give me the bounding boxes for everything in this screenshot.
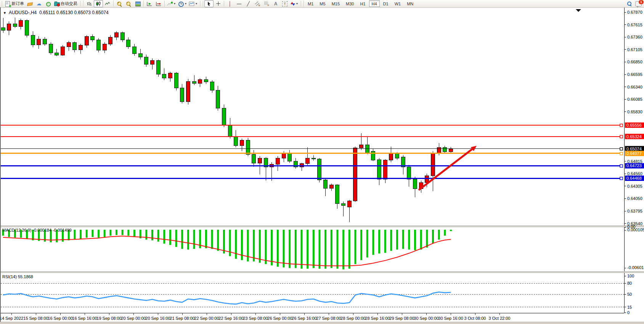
vertical-line-button[interactable]: │	[225, 0, 234, 7]
tab-timeframe-W1[interactable]: W1	[392, 0, 404, 7]
new-order-button[interactable]: + 新订单	[3, 0, 25, 7]
tab-timeframe-H4[interactable]: H4	[369, 0, 380, 7]
candle	[336, 185, 339, 204]
tab-timeframe-M5[interactable]: M5	[317, 0, 328, 7]
candlestick-chart-button[interactable]	[94, 0, 103, 7]
svg-text:0.65074: 0.65074	[626, 147, 642, 151]
svg-text:0.64560: 0.64560	[627, 171, 642, 176]
svg-text:0.67870: 0.67870	[627, 10, 642, 15]
macd-bar	[324, 230, 326, 269]
toolbar-grip[interactable]	[199, 1, 201, 6]
crosshair-button[interactable]	[214, 0, 223, 7]
cursor-button[interactable]	[204, 0, 214, 7]
macd-indicator-label: MACD(12,26,9) -0.000184 -0.001499	[2, 228, 72, 232]
templates-button[interactable]: ▾	[188, 0, 198, 7]
candle	[252, 154, 256, 163]
candle	[115, 33, 119, 37]
macd-bar	[396, 230, 398, 250]
svg-text:22 Sep 00:00: 22 Sep 00:00	[194, 316, 219, 321]
horizontal-line-button[interactable]: —	[234, 0, 244, 7]
candle	[91, 37, 95, 40]
tab-timeframe-M15[interactable]: M15	[329, 0, 342, 7]
separator	[304, 1, 304, 6]
candle	[103, 44, 106, 50]
svg-text:19 Sep 08:00: 19 Sep 08:00	[96, 316, 121, 321]
svg-text:3 Oct 08:00: 3 Oct 08:00	[464, 316, 486, 321]
main-chart-canvas[interactable]: 0.678700.676150.673600.671050.668500.665…	[0, 8, 644, 322]
bar-chart-button[interactable]	[85, 0, 94, 7]
chart-shift-button[interactable]	[154, 0, 163, 7]
chart-dropdown-icon[interactable]: ▼	[3, 11, 6, 15]
svg-text:0.66085: 0.66085	[627, 97, 642, 102]
publish-button[interactable]: ☁	[34, 0, 43, 7]
text-button[interactable]: A	[271, 0, 280, 7]
toolbar-grip[interactable]	[300, 1, 302, 6]
candle	[186, 82, 190, 102]
clock-icon	[178, 1, 184, 7]
separator	[143, 1, 144, 6]
indicators-button[interactable]: ▾	[166, 0, 177, 7]
macd-bar	[432, 230, 434, 243]
chart-title: ▼AUDUSD-,H4 0.65111 0.65130 0.65073 0.65…	[3, 10, 109, 15]
macd-bar	[289, 230, 291, 268]
tab-timeframe-D1[interactable]: D1	[381, 0, 391, 7]
arrows-button[interactable]: ▾	[289, 0, 299, 7]
candle	[168, 73, 172, 78]
svg-text:0.67360: 0.67360	[627, 35, 642, 39]
macd-bar	[175, 230, 177, 247]
line-chart-button[interactable]	[103, 0, 112, 7]
chart-symbol-timeframe: AUDUSD-,H4	[9, 10, 37, 15]
candle	[127, 40, 130, 47]
candle	[443, 147, 447, 152]
svg-text:0.65556: 0.65556	[626, 123, 642, 127]
bar-chart-icon	[87, 2, 92, 6]
channel-button[interactable]: E	[253, 0, 262, 7]
auto-trading-button[interactable]: 自动交易	[53, 0, 79, 7]
candle	[79, 45, 83, 50]
macd-bar	[104, 230, 106, 237]
fibonacci-button[interactable]: F	[262, 0, 271, 7]
signals-button[interactable]	[43, 0, 53, 7]
line-chart-icon	[105, 2, 110, 6]
candle	[138, 54, 142, 57]
candle	[300, 163, 304, 167]
periods-button[interactable]: ▾	[177, 0, 188, 7]
macd-bar	[360, 230, 362, 260]
equidistant-channel-icon: E	[255, 1, 260, 6]
auto-scroll-button[interactable]	[145, 0, 154, 7]
text-label-button[interactable]: T	[280, 0, 289, 7]
candle	[120, 33, 124, 40]
zoom-in-button[interactable]: +	[115, 0, 124, 7]
tab-timeframe-MN[interactable]: MN	[404, 0, 416, 7]
tile-windows-button[interactable]	[133, 0, 142, 7]
trendline-button[interactable]: ╱	[244, 0, 253, 7]
macd-bar	[318, 230, 320, 269]
zoom-out-button[interactable]: −	[124, 0, 133, 7]
highlight-button[interactable]	[25, 0, 34, 7]
toolbar-grip[interactable]	[1, 1, 3, 6]
svg-text:26 Sep 16:00: 26 Sep 16:00	[292, 316, 316, 321]
separator	[83, 1, 84, 6]
arrows-icon	[291, 2, 295, 6]
signal-icon	[45, 1, 51, 7]
macd-bar	[151, 230, 153, 240]
search-icon[interactable]	[627, 1, 632, 6]
toolbar-grip[interactable]	[79, 1, 81, 6]
separator	[203, 1, 203, 6]
tab-timeframe-M30[interactable]: M30	[343, 0, 357, 7]
tab-timeframe-H1[interactable]: H1	[357, 0, 368, 7]
svg-text:50: 50	[627, 292, 632, 297]
macd-bar	[187, 230, 189, 250]
zoom-in-icon: +	[116, 1, 122, 7]
notifications-icon[interactable]: 1	[635, 1, 642, 6]
cloud-icon: ☁	[37, 1, 42, 7]
svg-text:16 Sep 16:00: 16 Sep 16:00	[72, 316, 97, 321]
macd-bar	[307, 230, 308, 269]
text-label-icon: T	[282, 1, 287, 6]
separator	[224, 1, 224, 6]
tab-timeframe-M1[interactable]: M1	[305, 0, 316, 7]
macd-bar	[414, 230, 416, 250]
horizontal-line-icon: —	[237, 1, 241, 7]
macd-bar	[157, 230, 159, 242]
candle	[67, 42, 71, 47]
